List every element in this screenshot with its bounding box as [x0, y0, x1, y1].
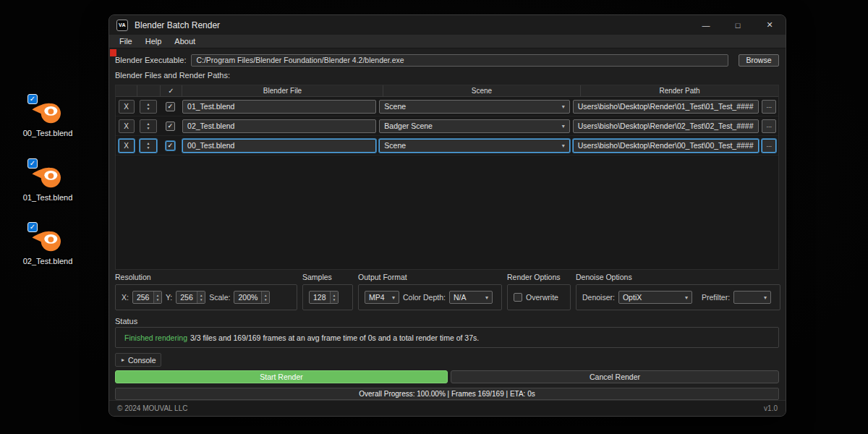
expand-arrow-icon: ▸ — [122, 357, 124, 363]
render-options-group: Render Options Overwrite — [507, 273, 571, 310]
move-down-icon[interactable]: ▼ — [147, 107, 150, 111]
remove-row-button[interactable]: X — [119, 119, 135, 133]
status-box: Finished rendering 3/3 files and 169/169… — [115, 327, 779, 348]
spin-down-icon[interactable]: ▼ — [333, 298, 336, 302]
overwrite-checkbox[interactable] — [514, 293, 522, 302]
desktop-icon-02-test[interactable]: ✓ 02_Test.blend — [20, 224, 75, 265]
move-up-icon[interactable]: ▲ — [147, 103, 150, 106]
console-toggle[interactable]: ▸ Console — [115, 353, 161, 367]
samples-spinner[interactable]: 128 ▲ ▼ — [309, 291, 339, 304]
row-enabled-checkbox[interactable]: ✓ — [166, 102, 175, 111]
spin-down-icon[interactable]: ▼ — [156, 298, 159, 302]
maximize-button[interactable]: □ — [722, 15, 754, 35]
remove-row-button[interactable]: X — [119, 139, 135, 153]
prefilter-dropdown[interactable]: ▾ — [733, 291, 771, 304]
footer: © 2024 MOUVAL LLC v1.0 — [109, 400, 786, 416]
cancel-render-button[interactable]: Cancel Render — [451, 370, 779, 383]
row-enabled-checkbox[interactable]: ✓ — [166, 141, 175, 150]
color-depth-label: Color Depth: — [403, 293, 446, 302]
spinner-arrows: ▲ ▼ — [197, 292, 205, 303]
denoiser-label: Denoiser: — [582, 293, 615, 302]
render-path-field[interactable]: Users\bisho\Desktop\Render\00_Test\00_Te… — [573, 139, 759, 153]
menubar: File Help About — [109, 35, 786, 48]
spinner-arrows: ▲ ▼ — [330, 292, 338, 303]
render-path-field[interactable]: Users\bisho\Desktop\Render\02_Test\02_Te… — [573, 119, 759, 133]
denoiser-dropdown[interactable]: OptiX ▾ — [618, 291, 692, 304]
chevron-down-icon: ▾ — [392, 294, 395, 301]
files-section-label: Blender Files and Render Paths: — [115, 71, 230, 80]
res-y-label: Y: — [166, 293, 172, 302]
res-scale-spinner[interactable]: 200% ▲ ▼ — [234, 291, 270, 304]
minimize-button[interactable]: — — [690, 15, 722, 35]
header-remove — [116, 85, 137, 96]
desktop-icon-00-test[interactable]: ✓ 00_Test.blend — [20, 96, 75, 137]
scene-value: Badger Scene — [384, 122, 433, 130]
chevron-down-icon: ▾ — [764, 294, 767, 301]
desktop: ✓ 00_Test.blend ✓ 01_Test.blend ✓ 02_Te — [0, 0, 868, 434]
res-scale-value: 200% — [234, 292, 261, 303]
res-x-label: X: — [122, 293, 129, 302]
menu-file[interactable]: File — [113, 35, 139, 47]
scene-dropdown[interactable]: Scene ▾ — [379, 100, 569, 114]
desktop-icon-01-test[interactable]: ✓ 01_Test.blend — [20, 161, 75, 202]
res-x-spinner[interactable]: 256 ▲ ▼ — [132, 291, 162, 304]
move-up-icon[interactable]: ▲ — [147, 122, 150, 126]
titlebar[interactable]: VA Blender Batch Render — □ ✕ — [109, 15, 786, 35]
spinner-arrows: ▲ ▼ — [153, 292, 161, 303]
remove-row-button[interactable]: X — [119, 100, 135, 114]
scene-value: Scene — [384, 102, 406, 111]
move-up-icon[interactable]: ▲ — [147, 142, 150, 145]
reorder-control: ▲ ▼ — [140, 100, 157, 114]
blender-file-field[interactable]: 02_Test.blend — [182, 119, 376, 133]
console-label: Console — [128, 356, 156, 365]
scene-dropdown[interactable]: Scene ▾ — [379, 139, 569, 153]
app-icon: VA — [116, 20, 128, 31]
format-value: MP4 — [369, 293, 385, 302]
spin-up-icon[interactable]: ▲ — [333, 294, 336, 297]
scene-dropdown[interactable]: Badger Scene ▾ — [379, 119, 569, 133]
close-button[interactable]: ✕ — [754, 15, 786, 35]
overall-progress-bar: Overall Progress: 100.00% | Frames 169/1… — [115, 388, 779, 400]
prefilter-label: Prefilter: — [702, 293, 730, 302]
denoise-options-label: Denoise Options — [576, 273, 780, 281]
res-y-spinner[interactable]: 256 ▲ ▼ — [176, 291, 205, 304]
executable-path-input[interactable]: C:/Program Files/Blender Foundation/Blen… — [191, 54, 728, 67]
table-row: X ▲ ▼ ✓ 02_Test.blend Badger Scene ▾ Use… — [116, 116, 778, 136]
format-dropdown[interactable]: MP4 ▾ — [365, 291, 399, 304]
blender-file-field[interactable]: 00_Test.blend — [182, 139, 376, 153]
files-table: ✓ Blender File Scene Render Path X ▲ ▼ ✓… — [115, 85, 779, 270]
desktop-icon-label: 02_Test.blend — [23, 257, 73, 265]
row-enabled-checkbox[interactable]: ✓ — [166, 122, 175, 131]
move-down-icon[interactable]: ▼ — [147, 146, 150, 150]
selected-check-badge[interactable]: ✓ — [27, 94, 38, 104]
spin-up-icon[interactable]: ▲ — [156, 294, 159, 297]
selected-check-badge[interactable]: ✓ — [27, 222, 38, 232]
spin-up-icon[interactable]: ▲ — [200, 294, 203, 297]
executable-label: Blender Executable: — [115, 56, 186, 64]
samples-value: 128 — [310, 292, 330, 303]
browse-path-button[interactable]: ... — [762, 100, 776, 114]
version-text: v1.0 — [764, 404, 778, 412]
menu-help[interactable]: Help — [139, 35, 169, 47]
header-scene: Scene — [383, 85, 581, 96]
browse-path-button[interactable]: ... — [762, 139, 776, 153]
app-window: VA Blender Batch Render — □ ✕ File Help … — [109, 14, 786, 417]
render-options-label: Render Options — [507, 273, 571, 281]
move-down-icon[interactable]: ▼ — [147, 127, 150, 130]
start-render-button[interactable]: Start Render — [115, 370, 448, 383]
resolution-label: Resolution — [115, 273, 297, 281]
spin-up-icon[interactable]: ▲ — [264, 294, 267, 297]
menu-about[interactable]: About — [168, 35, 202, 47]
status-label: Status — [115, 317, 137, 326]
spin-down-icon[interactable]: ▼ — [200, 298, 203, 302]
chevron-down-icon: ▾ — [562, 103, 565, 110]
render-path-field[interactable]: Users\bisho\Desktop\Render\01_Test\01_Te… — [573, 100, 759, 114]
browse-button[interactable]: Browse — [739, 54, 779, 67]
blender-file-field[interactable]: 01_Test.blend — [182, 100, 376, 114]
browse-path-button[interactable]: ... — [762, 119, 776, 133]
header-render-path: Render Path — [581, 85, 778, 96]
selected-check-badge[interactable]: ✓ — [27, 158, 38, 169]
color-depth-dropdown[interactable]: N/A ▾ — [449, 291, 493, 304]
spin-down-icon[interactable]: ▼ — [264, 298, 267, 302]
res-scale-label: Scale: — [209, 293, 230, 302]
